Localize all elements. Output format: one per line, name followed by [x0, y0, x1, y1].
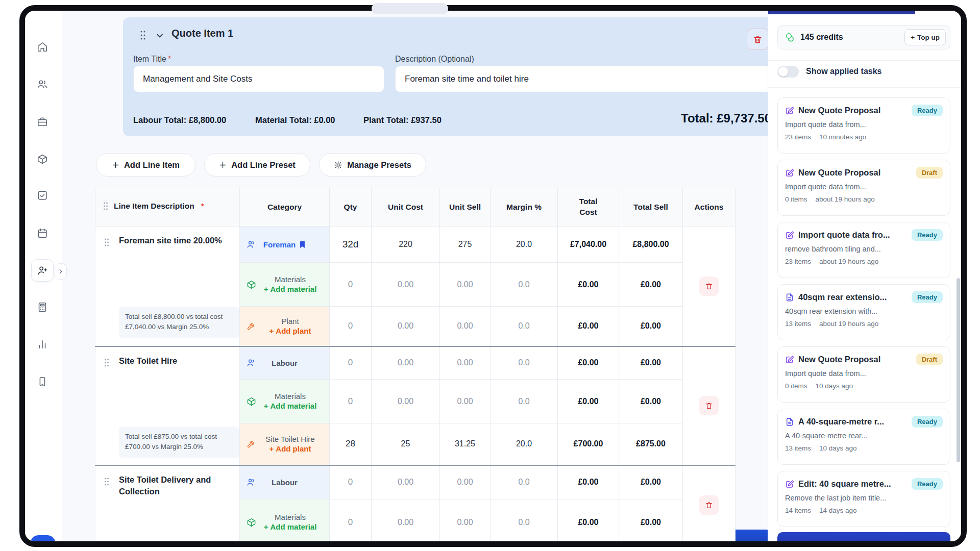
- drag-handle-icon[interactable]: [104, 238, 110, 247]
- panel-primary-button[interactable]: [777, 532, 950, 547]
- add-material-link[interactable]: +Add material: [264, 402, 317, 411]
- unit-sell-cell[interactable]: 31.25: [440, 423, 491, 465]
- add-material-link[interactable]: +Add material: [264, 285, 317, 294]
- task-card[interactable]: New Quote Proposal Draft Import quote da…: [777, 346, 950, 403]
- margin-cell[interactable]: 0.0: [491, 346, 558, 380]
- task-card[interactable]: New Quote Proposal Draft Import quote da…: [777, 160, 950, 216]
- nav-home[interactable]: [31, 36, 54, 58]
- margin-cell[interactable]: 20.0: [491, 227, 558, 263]
- qty-cell[interactable]: 0: [330, 465, 372, 499]
- unit-sell-cell[interactable]: 0.00: [440, 263, 491, 307]
- qty-cell[interactable]: 0: [330, 263, 372, 307]
- unit-sell-cell[interactable]: 0.00: [440, 307, 491, 346]
- qty-cell[interactable]: 0: [330, 346, 372, 380]
- delete-row-button[interactable]: [699, 495, 719, 515]
- unit-sell-cell[interactable]: 0.00: [440, 465, 491, 499]
- sidebar-expand-button[interactable]: [55, 263, 67, 280]
- total-cost-cell: £0.00: [558, 499, 619, 545]
- table-row: Site Toilet Delivery and Collection Labo…: [95, 465, 736, 499]
- qty-cell[interactable]: 0: [330, 499, 372, 545]
- add-line-preset-button[interactable]: Add Line Preset: [204, 153, 310, 177]
- unit-cost-cell[interactable]: 0.00: [372, 263, 440, 307]
- line-item-title[interactable]: Site Toilet Delivery and Collection: [119, 474, 231, 497]
- margin-cell[interactable]: 0.0: [491, 380, 558, 423]
- grand-total: Total: £9,737.50: [598, 111, 771, 126]
- unit-cost-cell[interactable]: 0.00: [372, 499, 440, 545]
- drag-handle-icon[interactable]: [104, 358, 110, 367]
- panel-divider: [133, 108, 771, 108]
- unit-cost-cell[interactable]: 0.00: [372, 380, 440, 423]
- margin-cell[interactable]: 0.0: [491, 263, 558, 307]
- unit-sell-cell[interactable]: 0.00: [440, 380, 491, 423]
- task-card[interactable]: 40sqm rear extensio... Ready 40sqm rear …: [777, 284, 950, 340]
- nav-contacts[interactable]: [31, 73, 54, 95]
- nav-tasks[interactable]: [31, 184, 54, 207]
- task-card[interactable]: Edit: 40 square metre... Ready Remove th…: [777, 471, 950, 527]
- margin-cell[interactable]: 20.0: [491, 423, 558, 465]
- category-cell-labour[interactable]: Foreman: [240, 227, 330, 263]
- delete-quote-item-button[interactable]: [747, 29, 769, 50]
- nav-reports[interactable]: [31, 333, 54, 356]
- qty-cell[interactable]: 28: [330, 423, 372, 465]
- window-top-notch: [372, 3, 448, 14]
- task-card[interactable]: A 40-square-metre r... Ready A 40-square…: [777, 409, 950, 465]
- item-title-input[interactable]: [133, 66, 384, 92]
- task-timestamp: 10 days ago: [819, 444, 857, 452]
- add-plant-link[interactable]: +Add plant: [270, 327, 311, 336]
- qty-cell[interactable]: 0: [330, 380, 372, 423]
- add-line-item-button[interactable]: Add Line Item: [96, 153, 195, 177]
- add-plant-link[interactable]: +Add plant: [270, 444, 311, 454]
- line-item-title[interactable]: Site Toilet Hire: [119, 355, 231, 367]
- bottom-left-fab[interactable]: [30, 535, 56, 547]
- category-cell-labour[interactable]: Labour: [240, 346, 330, 380]
- nav-products[interactable]: [31, 148, 54, 170]
- manage-presets-button[interactable]: Manage Presets: [319, 153, 426, 177]
- unit-cost-cell[interactable]: 0.00: [372, 465, 440, 499]
- margin-cell[interactable]: 0.0: [491, 465, 558, 499]
- plant-total: Plant Total: £937.50: [363, 115, 442, 125]
- category-cell-labour[interactable]: Labour: [240, 465, 330, 499]
- delete-row-button[interactable]: [699, 277, 719, 296]
- qty-cell[interactable]: 0: [330, 307, 372, 346]
- task-card[interactable]: Import quote data fro... Ready remove ba…: [777, 222, 950, 278]
- trash-icon: [753, 35, 763, 44]
- nav-leads-active[interactable]: [31, 259, 54, 282]
- scrollbar-thumb[interactable]: [957, 278, 960, 462]
- plus-icon: +: [264, 402, 268, 410]
- task-card[interactable]: New Quote Proposal Ready Import quote da…: [777, 97, 950, 154]
- margin-cell[interactable]: 0.0: [491, 307, 558, 346]
- collapse-quote-button[interactable]: [155, 31, 165, 41]
- drag-handle-icon[interactable]: [139, 30, 147, 41]
- nav-jobs[interactable]: [31, 111, 54, 133]
- credits-bar: 145 credits +Top up: [777, 25, 950, 49]
- description-input[interactable]: [395, 66, 771, 92]
- line-items-table: Line Item Description* Category Qty Unit…: [95, 188, 736, 545]
- unit-sell-cell[interactable]: 0.00: [440, 499, 491, 545]
- unit-cost-cell[interactable]: 0.00: [372, 346, 440, 380]
- delete-row-button[interactable]: [699, 396, 719, 415]
- category-cell-materials: Materials+Add material: [240, 499, 330, 545]
- gear-icon: [334, 161, 342, 169]
- nav-mobile[interactable]: [31, 370, 54, 393]
- col-header: Unit Sell: [449, 203, 481, 211]
- plus-icon: +: [270, 444, 274, 453]
- task-description: 40sqm rear extension with...: [785, 307, 943, 315]
- unit-sell-cell[interactable]: 0.00: [440, 346, 491, 380]
- nav-calculator[interactable]: [31, 296, 54, 318]
- unit-cost-cell[interactable]: 220: [372, 227, 440, 263]
- show-applied-tasks-toggle[interactable]: [777, 66, 799, 78]
- task-title: Import quote data fro...: [798, 230, 908, 240]
- margin-cell[interactable]: 0.0: [491, 499, 558, 545]
- unit-cost-cell[interactable]: 0.00: [372, 307, 440, 346]
- unit-sell-cell[interactable]: 275: [440, 227, 491, 263]
- plant-icon: [247, 321, 256, 331]
- nav-calendar[interactable]: [31, 222, 54, 244]
- line-item-title[interactable]: Foreman site time 20.00%: [119, 235, 231, 246]
- actions-cell: [683, 465, 736, 545]
- plus-icon: [112, 161, 119, 169]
- unit-cost-cell[interactable]: 25: [372, 423, 440, 465]
- drag-handle-icon[interactable]: [104, 477, 110, 486]
- add-material-link[interactable]: +Add material: [264, 522, 317, 532]
- top-up-button[interactable]: +Top up: [904, 29, 946, 45]
- qty-cell[interactable]: 32d: [330, 227, 372, 263]
